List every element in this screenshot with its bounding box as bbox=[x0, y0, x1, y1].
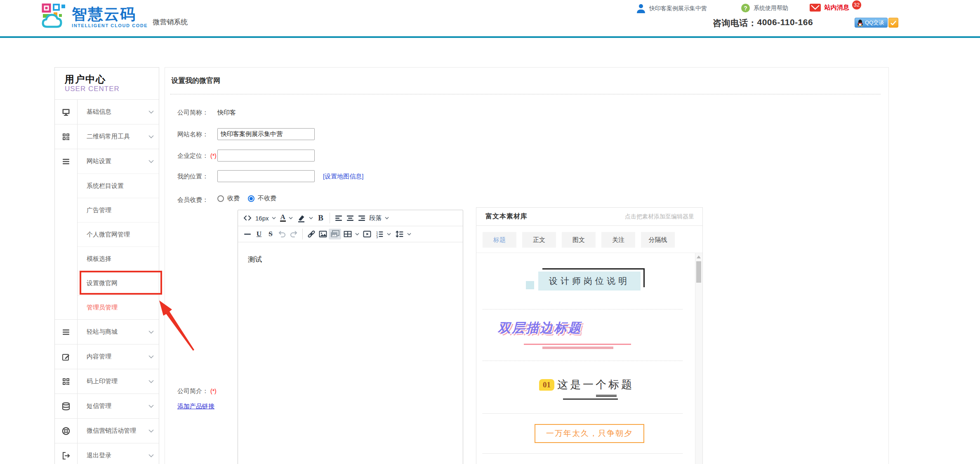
sample-text: 一万年太久，只争朝夕 bbox=[535, 424, 644, 443]
tab-title[interactable]: 标题 bbox=[483, 232, 516, 248]
align-right-button[interactable] bbox=[356, 212, 368, 224]
material-library-panel: 富文本素材库 点击把素材添加至编辑器里 标题 正文 图文 关注 分隔线 设计师岗… bbox=[476, 207, 703, 464]
scrollbar-up-icon[interactable] bbox=[697, 255, 701, 258]
sidebar-user-center: 用户中心 USER CENTER 基础信息 二维码常用工具 bbox=[54, 67, 159, 464]
sidebar-item-lightsite-mall[interactable]: 轻站与商城 bbox=[55, 319, 159, 344]
cloud-qrcode-logo-icon bbox=[41, 3, 68, 28]
scrollbar-thumb[interactable] bbox=[696, 261, 701, 283]
qq-chat-button[interactable]: QQ交谈 bbox=[855, 18, 898, 28]
chevron-down-icon bbox=[387, 233, 391, 236]
number-badge: 01 bbox=[539, 379, 554, 391]
sidebar-header: 用户中心 USER CENTER bbox=[55, 68, 159, 99]
source-code-button[interactable] bbox=[242, 212, 253, 224]
help-link[interactable]: ? 系统使用帮助 bbox=[741, 4, 788, 12]
chevron-down-icon bbox=[309, 217, 313, 220]
align-left-button[interactable] bbox=[333, 212, 344, 224]
menu-icon bbox=[55, 149, 78, 173]
logo[interactable]: 智慧云码 INTELLIGENT CLOUD CODE 微营销系统 bbox=[41, 3, 188, 28]
tab-follow[interactable]: 关注 bbox=[601, 232, 635, 248]
sidebar-item-label: 系统栏目设置 bbox=[87, 182, 124, 190]
link-button[interactable] bbox=[306, 228, 317, 240]
sidebar-item-label: 个人微官网管理 bbox=[87, 231, 130, 239]
sidebar-subitem-admin-management[interactable]: 管理员管理 bbox=[55, 295, 159, 319]
text-color-button[interactable]: A bbox=[278, 212, 295, 224]
brand-name: 智慧云码 bbox=[72, 6, 148, 23]
tab-divider[interactable]: 分隔线 bbox=[641, 232, 675, 248]
message-count-badge: 32 bbox=[852, 0, 861, 9]
table-button[interactable] bbox=[341, 228, 361, 240]
positioning-input[interactable] bbox=[217, 150, 315, 162]
media-button[interactable] bbox=[361, 228, 373, 240]
fee-free-label: 不收费 bbox=[258, 195, 276, 202]
required-mark: (*) bbox=[210, 388, 217, 394]
highlight-color-button[interactable] bbox=[295, 212, 315, 224]
ordered-list-button[interactable]: 123 bbox=[373, 228, 393, 240]
sidebar-item-label: 轻站与商城 bbox=[87, 328, 118, 336]
svg-text:3: 3 bbox=[376, 235, 378, 239]
database-icon bbox=[55, 394, 78, 418]
fee-free-radio[interactable] bbox=[248, 195, 254, 202]
tab-body-text[interactable]: 正文 bbox=[522, 232, 556, 248]
qrcode-icon bbox=[55, 369, 78, 394]
material-sample-numbered-title[interactable]: 01 这是一个标题 bbox=[476, 361, 702, 413]
sidebar-item-sms-management[interactable]: 短信管理 bbox=[55, 394, 159, 418]
tab-image-text[interactable]: 图文 bbox=[562, 232, 596, 248]
sidebar-subitem-template-select[interactable]: 模板选择 bbox=[55, 246, 159, 271]
undo-button[interactable] bbox=[276, 228, 288, 240]
align-center-button[interactable] bbox=[344, 212, 356, 224]
help-label: 系统使用帮助 bbox=[754, 5, 788, 12]
envelope-icon bbox=[810, 4, 821, 12]
material-sample-bordered-slogan[interactable]: 一万年太久，只争朝夕 bbox=[476, 414, 702, 453]
sidebar-item-label: 二维码常用工具 bbox=[87, 133, 130, 141]
font-size-value: 16px bbox=[255, 215, 269, 222]
paragraph-format-select[interactable]: 段落 bbox=[368, 212, 391, 224]
fee-paid-radio[interactable] bbox=[217, 195, 224, 202]
line-height-button[interactable] bbox=[393, 228, 413, 240]
material-sample-outline-title[interactable]: 双层描边标题 bbox=[476, 309, 702, 361]
image-button[interactable] bbox=[317, 228, 329, 240]
system-name: 微营销系统 bbox=[153, 17, 188, 27]
logout-icon bbox=[55, 443, 78, 464]
sidebar-item-label: 模板选择 bbox=[87, 255, 111, 263]
sidebar-item-qrcode-tools[interactable]: 二维码常用工具 bbox=[55, 124, 159, 149]
add-product-link[interactable]: 添加产品链接 bbox=[177, 403, 214, 410]
sidebar-item-basic-info[interactable]: 基础信息 bbox=[55, 99, 159, 124]
strikethrough-button[interactable]: S bbox=[265, 228, 276, 240]
font-size-select[interactable]: 16px bbox=[253, 212, 278, 224]
gallery-button[interactable] bbox=[329, 229, 341, 239]
phone-number: 4006-110-166 bbox=[757, 17, 813, 29]
sidebar-item-content-management[interactable]: 内容管理 bbox=[55, 344, 159, 369]
sidebar-subitem-system-columns[interactable]: 系统栏目设置 bbox=[55, 173, 159, 198]
account-link[interactable]: 快印客案例展示集中营 bbox=[636, 4, 707, 14]
lifering-icon bbox=[55, 419, 78, 443]
sidebar-item-label: 广告管理 bbox=[87, 206, 111, 214]
chevron-down-icon bbox=[148, 454, 154, 457]
chevron-down-icon bbox=[355, 233, 359, 236]
underline-button[interactable]: U bbox=[253, 228, 265, 240]
material-scrollbar[interactable] bbox=[695, 253, 702, 464]
set-map-info-link[interactable]: [设置地图信息] bbox=[323, 173, 363, 180]
bold-button[interactable]: B bbox=[315, 212, 327, 224]
sidebar-item-wechat-marketing[interactable]: 微信营销活动管理 bbox=[55, 418, 159, 443]
decor-underline-thick bbox=[542, 347, 613, 349]
sidebar-subitem-ad-management[interactable]: 广告管理 bbox=[55, 198, 159, 222]
site-name-input[interactable] bbox=[217, 128, 315, 140]
sidebar-item-logout[interactable]: 退出登录 bbox=[55, 443, 159, 464]
location-input[interactable] bbox=[217, 170, 315, 182]
edit-icon bbox=[55, 344, 78, 369]
messages-link[interactable]: 站内消息 32 bbox=[810, 4, 861, 12]
editor-content-area[interactable]: 测试 bbox=[238, 242, 463, 277]
redo-button[interactable] bbox=[288, 228, 299, 240]
sidebar-subtitle: USER CENTER bbox=[65, 84, 159, 93]
chevron-down-icon bbox=[148, 135, 154, 138]
main-panel: 设置我的微官网 公司简称： 快印客 网站名称： 企业定位：(*) 我的位置： [… bbox=[165, 67, 889, 464]
horizontal-rule-button[interactable] bbox=[242, 228, 253, 240]
sidebar-subitem-personal-microsite[interactable]: 个人微官网管理 bbox=[55, 222, 159, 246]
chevron-down-icon bbox=[148, 429, 154, 433]
material-sample-boxed-title[interactable]: 设计师岗位说明 bbox=[476, 253, 702, 309]
sidebar-item-site-settings[interactable]: 网站设置 bbox=[55, 149, 159, 173]
monitor-icon bbox=[55, 100, 78, 124]
sidebar-item-print-code-management[interactable]: 码上印管理 bbox=[55, 369, 159, 394]
rich-text-editor: 16px A B bbox=[238, 210, 463, 464]
paragraph-format-value: 段落 bbox=[370, 214, 382, 222]
